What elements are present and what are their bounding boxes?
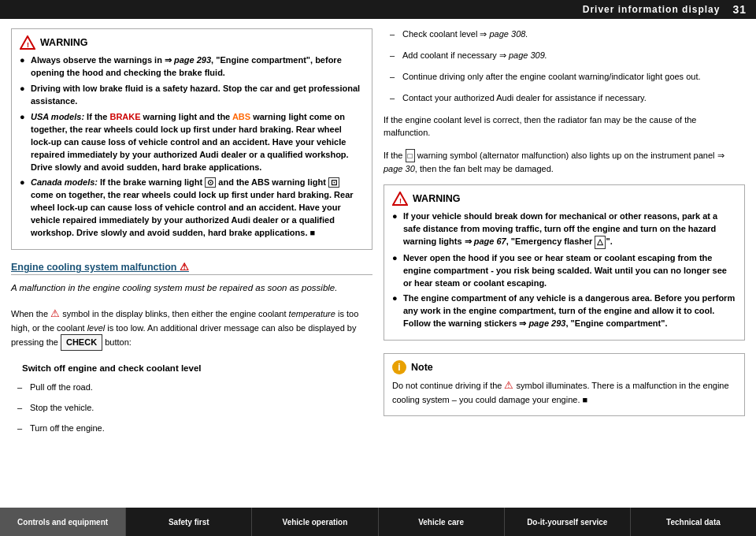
warning-box-brakes: ! WARNING ● Always observe the warnings … — [11, 28, 372, 250]
footer-tab-safety[interactable]: Safety first — [126, 508, 252, 536]
warning-bullet-3: ● USA models: If the BRAKE warning light… — [20, 111, 364, 174]
warning-bullet-4: ● Canada models: If the brake warning li… — [20, 177, 364, 240]
warning-box-right: ! WARNING ● If your vehicle should break… — [384, 184, 745, 341]
note-inline-icon: ⚠ — [504, 379, 513, 391]
section-intro: A malfunction in the engine cooling syst… — [11, 281, 372, 295]
warning-label: WARNING — [40, 37, 87, 48]
check-button-display: CHECK — [61, 334, 102, 351]
svg-text:!: ! — [27, 41, 29, 49]
dash-item-2: – Stop the vehicle. — [17, 402, 372, 415]
dash-item-3: – Turn off the engine. — [17, 422, 372, 435]
note-text: Do not continue driving if the ⚠ symbol … — [392, 378, 736, 406]
right-body-2: If the □ warning symbol (alternator malf… — [384, 149, 745, 176]
warning-triangle-icon: ! — [20, 35, 35, 50]
bold-subheading: Switch off engine and check coolant leve… — [22, 363, 372, 373]
footer-tab-tech-data[interactable]: Technical data — [631, 508, 756, 536]
body-text-main: When the ⚠ symbol in the display blinks,… — [11, 306, 372, 351]
warning-right-bullet-1: ● If your vehicle should break down for … — [392, 210, 736, 248]
page-header: Driver information display 31 — [0, 0, 756, 19]
dash-item-1: – Pull off the road. — [17, 382, 372, 394]
header-title: Driver information display — [583, 4, 721, 15]
section-heading: Engine cooling system malfunction ⚠ — [11, 261, 372, 275]
page-number: 31 — [732, 3, 747, 16]
footer-nav: Controls and equipment Safety first Vehi… — [0, 508, 756, 536]
right-dash-item-1: – Check coolant level ⇒ page 308. — [390, 28, 745, 41]
right-dash-item-2: – Add coolant if necessary ⇒ page 309. — [390, 50, 745, 62]
note-icon: i — [392, 360, 406, 374]
left-column: ! WARNING ● Always observe the warnings … — [11, 28, 372, 498]
warning-triangle-icon-right: ! — [392, 192, 408, 206]
warning-right-bullet-3: ● The engine compartment of any vehicle … — [392, 292, 736, 330]
right-column: – Check coolant level ⇒ page 308. – Add … — [384, 28, 745, 498]
right-dash-item-4: – Contact your authorized Audi dealer fo… — [390, 92, 745, 105]
right-dash-item-3: – Continue driving only after the engine… — [390, 71, 745, 84]
warning-title-right: ! WARNING — [392, 192, 736, 206]
warning-title: ! WARNING — [20, 35, 364, 50]
warning-right-bullet-2: ● Never open the hood if you see or hear… — [392, 252, 736, 290]
warning-label-right: WARNING — [413, 193, 460, 204]
content-area: ! WARNING ● Always observe the warnings … — [0, 19, 756, 508]
footer-tab-controls[interactable]: Controls and equipment — [0, 508, 126, 536]
note-label: Note — [411, 362, 433, 373]
svg-text:!: ! — [399, 197, 402, 205]
note-title: i Note — [392, 360, 736, 374]
warning-bullet-1: ● Always observe the warnings in ⇒ page … — [20, 54, 364, 80]
coolant-icon: ⚠ — [180, 261, 189, 273]
inline-coolant-icon: ⚠ — [50, 307, 60, 319]
note-box: i Note Do not continue driving if the ⚠ … — [384, 353, 745, 416]
footer-tab-vehicle-care[interactable]: Vehicle care — [379, 508, 505, 536]
right-body-1: If the engine coolant level is correct, … — [384, 114, 745, 140]
footer-tab-diy-service[interactable]: Do-it-yourself service — [505, 508, 631, 536]
warning-bullet-2: ● Driving with low brake fluid is a safe… — [20, 83, 364, 108]
footer-tab-vehicle-op[interactable]: Vehicle operation — [252, 508, 378, 536]
